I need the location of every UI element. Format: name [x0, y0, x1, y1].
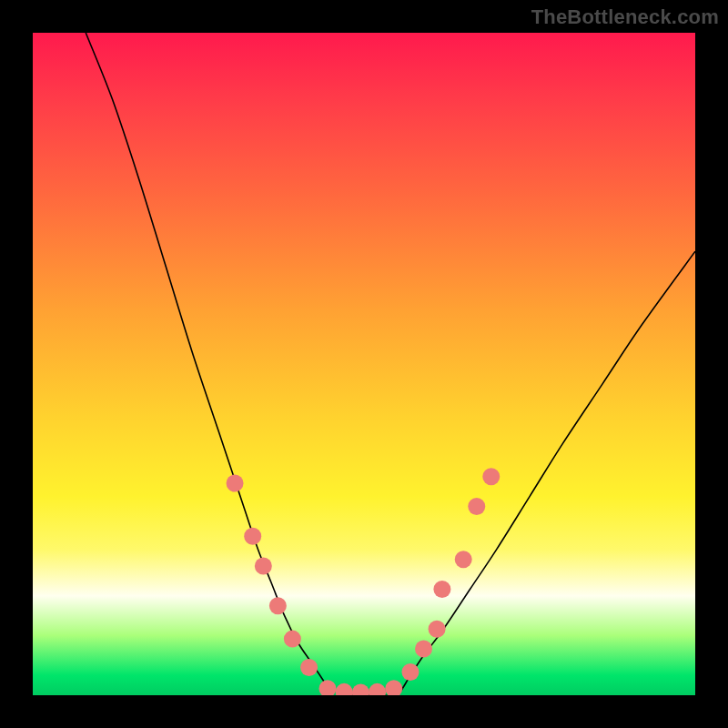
marker-point [255, 558, 272, 575]
plot-area [33, 33, 695, 695]
marker-point [429, 621, 446, 638]
marker-point [401, 663, 419, 681]
marker-point [482, 468, 500, 485]
marker-point [433, 581, 450, 598]
marker-point [227, 475, 244, 492]
chart-svg [33, 33, 695, 695]
bottleneck-curve [86, 33, 695, 695]
marker-point [352, 684, 369, 695]
marker-point [300, 659, 318, 676]
marker-point [415, 641, 432, 658]
marker-point [284, 631, 301, 648]
marker-point [369, 683, 386, 695]
marker-point [318, 680, 336, 695]
marker-point [468, 498, 485, 515]
marker-point [336, 683, 353, 695]
marker-point [455, 551, 472, 568]
curve-path [86, 33, 695, 695]
marker-point [269, 597, 287, 614]
data-markers [227, 468, 500, 695]
watermark-text: TheBottleneck.com [531, 5, 719, 29]
marker-point [244, 528, 261, 545]
marker-point [385, 680, 402, 695]
chart-frame: TheBottleneck.com [0, 0, 728, 728]
